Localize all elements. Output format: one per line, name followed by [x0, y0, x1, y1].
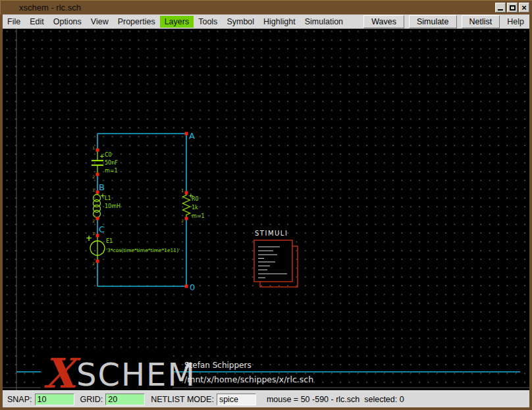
snap-label: SNAP: — [7, 395, 32, 404]
menu-file[interactable]: File — [3, 16, 25, 28]
node-label-c[interactable]: C — [99, 224, 105, 234]
waves-button[interactable]: Waves — [363, 15, 404, 28]
src-pin-bottom — [96, 260, 99, 263]
menu-properties[interactable]: Properties — [113, 16, 160, 28]
node-label-a[interactable]: A — [189, 131, 195, 141]
cap-mult-label: m=1 — [105, 168, 118, 174]
ind-pinnum-2: 2 — [92, 218, 95, 223]
netlist-mode-label: NETLIST MODE: — [151, 395, 214, 404]
src-plus-mark: + — [86, 234, 92, 243]
cap-pinnum-1: 1 — [92, 145, 95, 150]
cap-plus-mark: + — [99, 153, 105, 159]
res-name-label: R0 — [192, 196, 199, 202]
grid-input[interactable] — [105, 394, 145, 405]
src-name-label: E1 — [106, 238, 113, 244]
res-pinnum-1: 1 — [181, 188, 184, 193]
menu-tools[interactable]: Tools — [194, 16, 222, 28]
statusbar: SNAP: GRID: NETLIST MODE: mouse = 50 -59… — [3, 390, 529, 407]
node-label-b[interactable]: B — [99, 182, 105, 192]
ind-pinnum-1: 1 — [92, 188, 95, 192]
src-pin-top — [96, 234, 99, 238]
res-pin-top — [185, 192, 188, 195]
res-value-label: 1k — [192, 205, 198, 211]
title-block-path: /mnt/x/home/schippes/x/rlc.sch — [184, 374, 313, 384]
cap-value-label: 50nF — [105, 160, 118, 166]
close-icon: × — [521, 5, 527, 11]
menu-simulation[interactable]: Simulation — [300, 16, 348, 28]
res-mult-label: m=1 — [192, 213, 205, 219]
minimize-button[interactable] — [495, 3, 506, 13]
menu-symbol[interactable]: Symbol — [222, 16, 259, 28]
node-ground-pin — [185, 285, 188, 288]
stimuli-front-sheet — [254, 240, 292, 282]
ind-pin-bottom — [96, 217, 99, 220]
res-pinnum-2: 2 — [181, 218, 184, 223]
src-value-label: '3*cos(time*time*time*1e11)' — [106, 247, 180, 253]
menubar-actions: Waves Simulate Netlist Help — [363, 15, 529, 28]
src-pinnum-2: 2 — [92, 261, 95, 266]
maximize-button[interactable] — [507, 3, 518, 13]
mouse-status-text: mouse = 50 -590 - rlc.sch selected: 0 — [267, 395, 404, 404]
menu-highlight[interactable]: Highlight — [259, 16, 300, 28]
cap-pin-top — [96, 149, 99, 152]
stimuli-block[interactable]: STIMULI — [254, 230, 298, 287]
schematic-canvas[interactable]: 1 2 + C0 50nF m=1 B 1 2 + L1 10mH C — [3, 29, 529, 390]
ind-name-label: L1 — [105, 195, 111, 201]
res-pin-bottom — [185, 217, 188, 220]
xschem-logo-name: SCHEM — [76, 356, 196, 390]
simulate-button[interactable]: Simulate — [409, 15, 457, 28]
window-controls: × — [495, 3, 529, 13]
maximize-icon — [510, 5, 516, 11]
stimuli-label: STIMULI — [255, 230, 288, 237]
capacitor-c0[interactable]: 1 2 + C0 50nF m=1 — [92, 145, 118, 179]
netlist-mode-input[interactable] — [217, 394, 256, 405]
resistor-r0[interactable]: 1 2 + R0 1k m=1 — [181, 188, 204, 223]
src-pinnum-1: 1 — [92, 231, 95, 236]
ind-pin-top — [96, 191, 99, 194]
title-block-author: Stefan Schippers — [184, 361, 252, 370]
menubar: File Edit Options View Properties Layers… — [3, 14, 529, 29]
xschem-window: { "window": { "title": "xschem - rlc.sch… — [0, 0, 532, 410]
grid-label: GRID: — [80, 395, 103, 404]
ind-value-label: 10mH — [105, 203, 120, 209]
menu-layers[interactable]: Layers — [160, 16, 194, 28]
cap-name-label: C0 — [105, 152, 112, 158]
window-title: xschem - rlc.sch — [19, 3, 81, 13]
node-a-pin — [185, 132, 188, 136]
vsource-e1[interactable]: 1 2 + E1 '3*cos(time*time*time*1e11)' — [86, 231, 180, 266]
minimize-icon — [498, 5, 503, 11]
cap-pin-bottom — [96, 173, 99, 176]
window-titlebar[interactable]: xschem - rlc.sch × — [0, 0, 532, 14]
title-block[interactable]: X SCHEM Stefan Schippers /mnt/x/home/sch… — [16, 349, 520, 390]
menu-edit[interactable]: Edit — [25, 16, 49, 28]
schematic-svg: 1 2 + C0 50nF m=1 B 1 2 + L1 10mH C — [3, 29, 529, 390]
snap-input[interactable] — [35, 394, 74, 405]
close-button[interactable]: × — [519, 3, 529, 13]
netlist-button[interactable]: Netlist — [462, 15, 500, 28]
menu-options[interactable]: Options — [49, 16, 86, 28]
inductor-l1[interactable]: 1 2 + L1 10mH — [92, 188, 120, 223]
node-label-ground[interactable]: 0 — [190, 282, 195, 292]
menu-view[interactable]: View — [86, 16, 113, 28]
menu-help[interactable]: Help — [504, 16, 529, 28]
cap-pinnum-2: 2 — [92, 174, 95, 179]
